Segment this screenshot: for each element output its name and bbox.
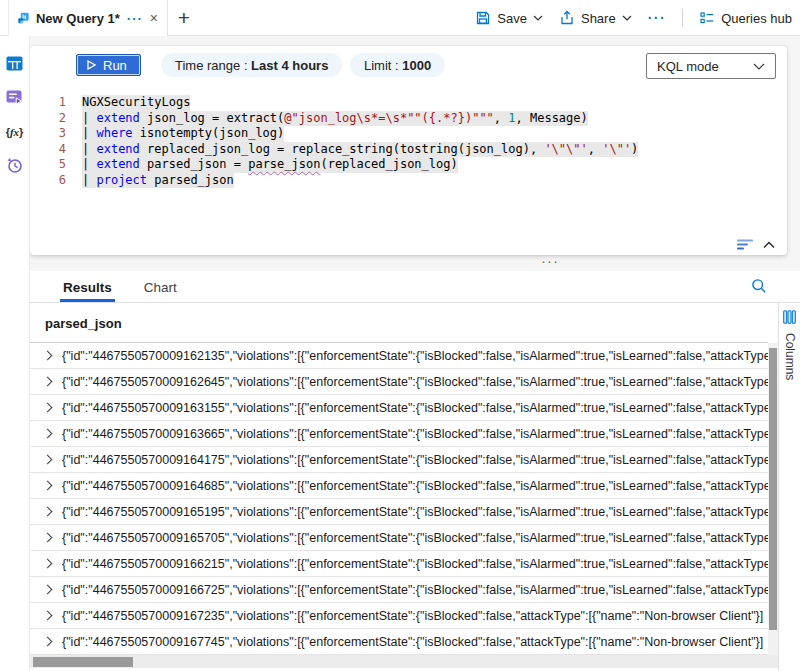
row-expand-chevron-icon[interactable]	[43, 455, 53, 465]
filter-lines-icon[interactable]	[737, 239, 753, 251]
table-row[interactable]: {"id":"4467550570009166725","violations"…	[30, 577, 768, 603]
line-number: 1	[30, 95, 82, 111]
row-json-value: {"id":"4467550570009164175","violations"…	[62, 453, 768, 467]
table-row[interactable]: {"id":"4467550570009164175","violations"…	[30, 447, 768, 473]
panel-splitter-handle[interactable]: ···	[541, 253, 559, 268]
row-json-value: {"id":"4467550570009166215","violations"…	[62, 557, 768, 571]
save-label: Save	[497, 11, 527, 26]
results-grid: {"id":"4467550570009162135","violations"…	[30, 343, 768, 655]
tab-chart[interactable]: Chart	[141, 280, 180, 302]
row-json-value: {"id":"4467550570009163155","violations"…	[62, 401, 768, 415]
code-line[interactable]: 4| extend replaced_json_log = replace_st…	[30, 142, 783, 158]
code-line[interactable]: 6| project parsed_json	[30, 173, 783, 189]
limit-value: 1000	[402, 58, 431, 73]
row-json-value: {"id":"4467550570009164685","violations"…	[62, 479, 768, 493]
more-actions-button[interactable]: ···	[648, 10, 667, 26]
line-number: 2	[30, 111, 82, 127]
code-line[interactable]: 2| extend json_log = extract(@"json_log\…	[30, 111, 783, 127]
connections-tables-icon[interactable]	[6, 55, 24, 72]
table-row[interactable]: {"id":"4467550570009165195","violations"…	[30, 499, 768, 525]
horizontal-scrollbar[interactable]	[30, 655, 778, 668]
kql-code-editor[interactable]: 1NGXSecurityLogs2| extend json_log = ext…	[30, 95, 783, 188]
query-mode-select[interactable]: KQL mode	[646, 53, 776, 79]
search-icon[interactable]	[751, 278, 767, 294]
row-expand-chevron-icon[interactable]	[43, 507, 53, 517]
vertical-scrollbar[interactable]	[768, 343, 778, 655]
run-button[interactable]: Run	[76, 54, 141, 76]
tab-title: New Query 1*	[36, 11, 120, 26]
code-text: | where isnotempty(json_log)	[82, 126, 284, 142]
row-expand-chevron-icon[interactable]	[43, 585, 53, 595]
line-number: 3	[30, 126, 82, 142]
tab-more-icon[interactable]: ···	[127, 12, 143, 25]
vertical-scrollbar-thumb[interactable]	[769, 348, 777, 630]
row-expand-chevron-icon[interactable]	[43, 637, 53, 647]
play-icon	[87, 60, 96, 70]
table-row[interactable]: {"id":"4467550570009163155","violations"…	[30, 395, 768, 421]
chevron-down-icon	[533, 15, 543, 21]
table-row[interactable]: {"id":"4467550570009162135","violations"…	[30, 343, 768, 369]
code-line[interactable]: 1NGXSecurityLogs	[30, 95, 783, 111]
row-json-value: {"id":"4467550570009163665","violations"…	[62, 427, 768, 441]
row-json-value: {"id":"4467550570009166725","violations"…	[62, 583, 768, 597]
save-icon	[475, 10, 491, 26]
code-line[interactable]: 5| extend parsed_json = parse_json(repla…	[30, 157, 783, 173]
tab-close-icon[interactable]: ×	[150, 11, 158, 25]
left-rail: {fx}	[0, 36, 30, 671]
share-label: Share	[581, 11, 616, 26]
horizontal-scrollbar-thumb[interactable]	[33, 657, 133, 667]
row-expand-chevron-icon[interactable]	[43, 351, 53, 361]
table-row[interactable]: {"id":"4467550570009165705","violations"…	[30, 525, 768, 551]
row-expand-chevron-icon[interactable]	[43, 403, 53, 413]
save-button[interactable]: Save	[475, 10, 543, 26]
azure-data-explorer-window: New Query 1* ··· × + Save	[0, 0, 800, 671]
row-json-value: {"id":"4467550570009165195","violations"…	[62, 505, 768, 519]
limit-picker[interactable]: Limit : 1000	[350, 53, 445, 77]
queries-hub-button[interactable]: Queries hub	[699, 10, 792, 26]
column-header-label: parsed_json	[45, 316, 122, 331]
editor-card-tools	[737, 239, 776, 251]
grid-column-header[interactable]: parsed_json	[30, 304, 768, 343]
table-row[interactable]: {"id":"4467550570009166215","violations"…	[30, 551, 768, 577]
row-expand-chevron-icon[interactable]	[43, 429, 53, 439]
columns-icon	[783, 310, 796, 324]
time-range-label: Time range :	[175, 58, 251, 73]
row-expand-chevron-icon[interactable]	[43, 611, 53, 621]
table-row[interactable]: {"id":"4467550570009162645","violations"…	[30, 369, 768, 395]
query-tab[interactable]: New Query 1* ··· ×	[8, 0, 168, 36]
code-text: | project parsed_json	[82, 173, 234, 189]
collapse-panel-chevron-icon[interactable]	[762, 239, 776, 251]
line-number: 4	[30, 142, 82, 158]
query-history-icon[interactable]	[6, 157, 24, 174]
functions-icon[interactable]: {fx}	[6, 123, 24, 140]
chevron-down-icon	[622, 15, 632, 21]
row-expand-chevron-icon[interactable]	[43, 533, 53, 543]
limit-label: Limit :	[364, 58, 402, 73]
line-number: 6	[30, 173, 82, 189]
top-bar: New Query 1* ··· × + Save	[0, 0, 800, 36]
table-row[interactable]: {"id":"4467550570009167235","violations"…	[30, 603, 768, 629]
row-json-value: {"id":"4467550570009162135","violations"…	[62, 349, 768, 363]
query-editor-card: Run Time range : Last 4 hours Limit : 10…	[30, 46, 787, 255]
row-expand-chevron-icon[interactable]	[43, 481, 53, 491]
row-expand-chevron-icon[interactable]	[43, 559, 53, 569]
queries-hub-label: Queries hub	[721, 11, 792, 26]
share-button[interactable]: Share	[559, 10, 632, 26]
tab-results[interactable]: Results	[60, 280, 115, 302]
run-label: Run	[103, 58, 127, 73]
new-tab-button[interactable]: +	[172, 5, 196, 31]
line-number: 5	[30, 157, 82, 173]
code-text: | extend json_log = extract(@"json_log\s…	[82, 111, 588, 127]
code-line[interactable]: 3| where isnotempty(json_log)	[30, 126, 783, 142]
time-range-value: Last 4 hours	[251, 58, 328, 73]
row-expand-chevron-icon[interactable]	[43, 377, 53, 387]
query-mode-value: KQL mode	[657, 59, 719, 74]
time-range-picker[interactable]: Time range : Last 4 hours	[161, 53, 342, 77]
row-json-value: {"id":"4467550570009162645","violations"…	[62, 375, 768, 389]
columns-side-panel[interactable]: Columns	[778, 303, 800, 671]
saved-queries-icon[interactable]	[6, 89, 24, 106]
table-row[interactable]: {"id":"4467550570009167745","violations"…	[30, 629, 768, 655]
table-row[interactable]: {"id":"4467550570009164685","violations"…	[30, 473, 768, 499]
top-actions: Save Share ···	[475, 0, 792, 36]
table-row[interactable]: {"id":"4467550570009163665","violations"…	[30, 421, 768, 447]
